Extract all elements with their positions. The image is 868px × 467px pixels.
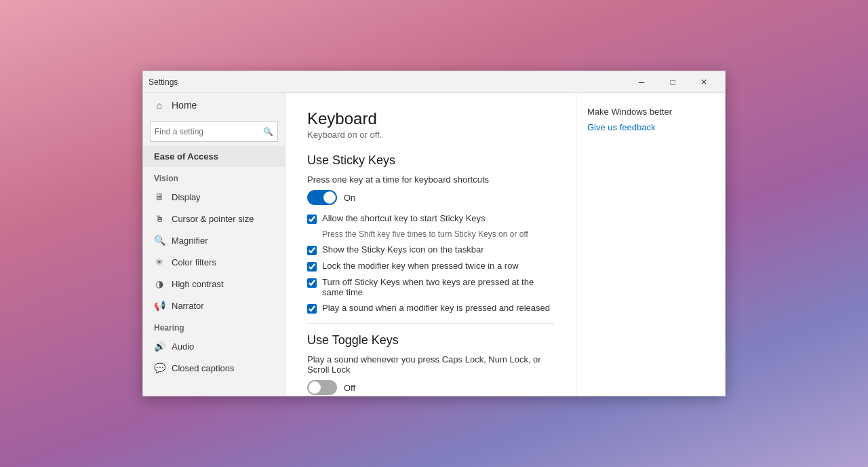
sticky-keys-checkbox1-label: Allow the shortcut key to start Sticky K…	[322, 213, 486, 223]
main-content-area: Keyboard Keyboard on or off. Use Sticky …	[285, 93, 725, 396]
sticky-keys-checkbox5-label: Play a sound when a modifier key is pres…	[322, 303, 550, 313]
sticky-keys-checkbox2-row: Show the Sticky Keys icon on the taskbar	[307, 244, 554, 255]
sidebar-item-magnifier-label: Magnifier	[172, 236, 208, 246]
sticky-keys-toggle[interactable]	[307, 190, 337, 205]
high-contrast-icon: ◑	[154, 278, 165, 289]
side-panel: Make Windows better Give us feedback	[576, 93, 725, 396]
sidebar-home-label: Home	[172, 100, 197, 111]
search-input[interactable]	[155, 127, 263, 136]
magnifier-icon: 🔍	[154, 235, 165, 246]
sidebar-item-display-label: Display	[172, 192, 201, 202]
display-icon: 🖥	[154, 191, 165, 202]
toggle-keys-toggle-row: Off	[307, 380, 554, 395]
toggle-keys-toggle-knob	[309, 381, 321, 394]
sticky-keys-checkbox2-label: Show the Sticky Keys icon on the taskbar	[322, 244, 484, 255]
sticky-keys-checkbox3-label: Lock the modifier key when pressed twice…	[322, 261, 519, 271]
cursor-icon: 🖱	[154, 213, 165, 224]
sticky-keys-checkbox4-label: Turn off Sticky Keys when two keys are p…	[322, 277, 554, 297]
search-box: 🔍	[150, 122, 278, 142]
window-title: Settings	[149, 77, 178, 87]
sidebar-item-narrator-label: Narrator	[172, 301, 204, 311]
sticky-keys-description: Press one key at a time for keyboard sho…	[307, 174, 554, 185]
sidebar-item-cursor[interactable]: 🖱 Cursor & pointer size	[143, 208, 285, 229]
titlebar-buttons: ─ □ ✕	[626, 71, 719, 93]
sticky-keys-checkbox1[interactable]	[307, 214, 317, 224]
toggle-keys-toggle[interactable]	[307, 380, 337, 395]
sticky-keys-checkbox3[interactable]	[307, 262, 317, 272]
minimize-button[interactable]: ─	[626, 71, 657, 93]
titlebar: Settings ─ □ ✕	[143, 71, 725, 93]
content: Keyboard Keyboard on or off. Use Sticky …	[285, 93, 576, 396]
sidebar-item-home[interactable]: ⌂ Home	[143, 93, 285, 117]
sticky-keys-toggle-row: On	[307, 190, 554, 205]
window-body: ⌂ Home 🔍 Ease of Access Vision 🖥 Display…	[143, 93, 725, 396]
sidebar-item-color-filters[interactable]: ✳ Color filters	[143, 251, 285, 273]
audio-icon: 🔊	[154, 341, 165, 352]
toggle-keys-heading: Use Toggle Keys	[307, 333, 554, 348]
narrator-icon: 📢	[154, 300, 165, 311]
sticky-keys-toggle-label: On	[344, 193, 355, 203]
sticky-keys-checkbox3-row: Lock the modifier key when pressed twice…	[307, 261, 554, 272]
sticky-keys-checkbox4-row: Turn off Sticky Keys when two keys are p…	[307, 277, 554, 297]
sidebar-item-cursor-label: Cursor & pointer size	[172, 214, 254, 224]
feedback-heading: Make Windows better	[587, 107, 714, 117]
sticky-keys-hint1: Press the Shift key five times to turn S…	[322, 229, 554, 239]
toggle-keys-toggle-label: Off	[344, 383, 355, 393]
toggle-keys-description: Play a sound whenever you press Caps Loc…	[307, 354, 554, 375]
sidebar-item-audio[interactable]: 🔊 Audio	[143, 335, 285, 357]
sidebar-item-high-contrast-label: High contrast	[172, 279, 224, 289]
divider	[307, 323, 554, 324]
sticky-keys-checkbox4[interactable]	[307, 278, 317, 288]
sticky-keys-checkbox2[interactable]	[307, 246, 317, 255]
sidebar-item-display[interactable]: 🖥 Display	[143, 186, 285, 208]
sticky-keys-checkbox5[interactable]	[307, 304, 317, 314]
hearing-label: Hearing	[143, 316, 285, 335]
sidebar: ⌂ Home 🔍 Ease of Access Vision 🖥 Display…	[143, 93, 285, 396]
page-title: Keyboard	[307, 109, 554, 128]
maximize-button[interactable]: □	[657, 71, 688, 93]
home-icon: ⌂	[154, 100, 165, 111]
vision-label: Vision	[143, 167, 285, 186]
page-subtitle: Keyboard on or off.	[307, 130, 554, 140]
ease-of-access-label: Ease of Access	[154, 151, 218, 162]
close-button[interactable]: ✕	[688, 71, 719, 93]
sticky-keys-checkbox1-row: Allow the shortcut key to start Sticky K…	[307, 213, 554, 224]
sidebar-item-color-filters-label: Color filters	[172, 257, 216, 267]
search-icon: 🔍	[263, 127, 273, 136]
settings-window: Settings ─ □ ✕ ⌂ Home 🔍 Ease of Access	[142, 71, 726, 396]
sticky-keys-toggle-knob	[323, 191, 336, 204]
closed-captions-icon: 💬	[154, 362, 165, 373]
sticky-keys-heading: Use Sticky Keys	[307, 153, 554, 168]
sidebar-item-magnifier[interactable]: 🔍 Magnifier	[143, 229, 285, 251]
sidebar-item-narrator[interactable]: 📢 Narrator	[143, 295, 285, 316]
sidebar-item-closed-captions[interactable]: 💬 Closed captions	[143, 357, 285, 379]
feedback-link[interactable]: Give us feedback	[587, 122, 655, 132]
sidebar-item-audio-label: Audio	[172, 341, 194, 352]
sidebar-item-closed-captions-label: Closed captions	[172, 363, 235, 373]
ease-of-access-header: Ease of Access	[143, 146, 285, 167]
sidebar-item-high-contrast[interactable]: ◑ High contrast	[143, 273, 285, 295]
sticky-keys-checkbox5-row: Play a sound when a modifier key is pres…	[307, 303, 554, 314]
color-filters-icon: ✳	[154, 257, 165, 267]
